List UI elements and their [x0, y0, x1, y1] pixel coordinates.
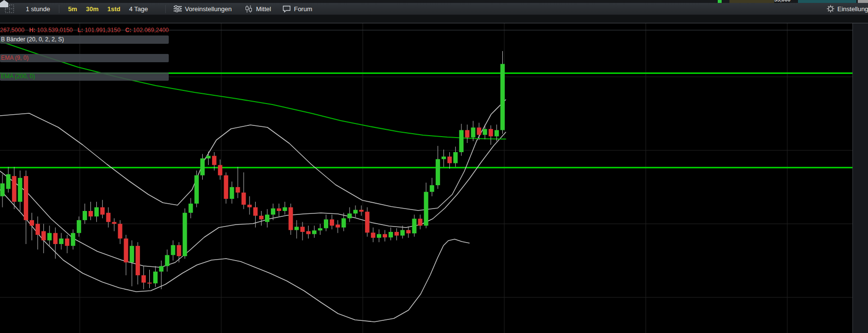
candle-up[interactable]: [459, 130, 463, 152]
candle-up[interactable]: [265, 215, 269, 222]
candle-up[interactable]: [271, 209, 275, 215]
candle-down[interactable]: [336, 225, 340, 228]
candle-down[interactable]: [41, 231, 46, 241]
candle-up[interactable]: [471, 127, 476, 137]
candle-down[interactable]: [65, 239, 70, 246]
candle-up[interactable]: [0, 183, 5, 196]
candle-up[interactable]: [183, 213, 187, 256]
candle-down[interactable]: [477, 127, 481, 135]
candle-up[interactable]: [195, 175, 199, 204]
candle-up[interactable]: [341, 218, 346, 228]
candle-up[interactable]: [347, 213, 352, 218]
candle-up[interactable]: [324, 219, 328, 228]
candle-down[interactable]: [359, 210, 364, 212]
candle-up[interactable]: [206, 156, 211, 158]
candle-up[interactable]: [442, 157, 446, 159]
candle-up[interactable]: [500, 64, 505, 130]
candle-down[interactable]: [24, 176, 28, 220]
range-button[interactable]: 4 Tage: [124, 3, 153, 15]
candle-up[interactable]: [59, 239, 64, 244]
candle-down[interactable]: [124, 239, 128, 263]
timeframe-5m-button[interactable]: 5m: [65, 5, 80, 13]
presets-button[interactable]: Voreinstellungen: [169, 3, 236, 15]
candle-down[interactable]: [288, 207, 293, 230]
candle-up[interactable]: [230, 187, 234, 199]
candle-down[interactable]: [383, 234, 387, 238]
candle-up[interactable]: [47, 233, 52, 240]
candle-up[interactable]: [6, 174, 11, 189]
candle-down[interactable]: [89, 211, 93, 216]
candle-up[interactable]: [18, 178, 22, 202]
candle-down[interactable]: [418, 219, 423, 226]
candle-up[interactable]: [295, 227, 299, 230]
candle-down[interactable]: [12, 176, 17, 202]
candle-up[interactable]: [83, 211, 87, 220]
candle-down[interactable]: [112, 222, 116, 224]
candle-down[interactable]: [365, 211, 370, 232]
candle-up[interactable]: [77, 220, 81, 233]
candle-up[interactable]: [483, 129, 487, 135]
candle-down[interactable]: [330, 219, 334, 226]
candle-up[interactable]: [412, 219, 417, 233]
candle-down[interactable]: [106, 213, 110, 222]
candle-up[interactable]: [71, 233, 75, 245]
candle-up[interactable]: [436, 159, 440, 185]
price-axis[interactable]: [852, 23, 868, 333]
candle-up[interactable]: [318, 228, 322, 230]
candle-down[interactable]: [236, 187, 240, 193]
candle-up[interactable]: [200, 158, 205, 175]
candle-down[interactable]: [30, 220, 34, 226]
candle-up[interactable]: [453, 152, 458, 163]
candle-down[interactable]: [224, 175, 228, 199]
candle-up[interactable]: [389, 232, 393, 237]
candle-up[interactable]: [130, 246, 134, 263]
candle-up[interactable]: [165, 255, 169, 266]
indicators-button[interactable]: Mittel: [240, 3, 276, 15]
candle-up[interactable]: [495, 130, 499, 137]
candle-down[interactable]: [259, 216, 264, 220]
candle-up[interactable]: [377, 234, 381, 238]
candle-up[interactable]: [430, 185, 434, 192]
candle-up[interactable]: [283, 207, 287, 211]
timeframe-1std-button[interactable]: 1std: [105, 5, 124, 13]
candlestick-chart[interactable]: [0, 23, 852, 333]
candle-up[interactable]: [400, 230, 405, 235]
candle-down[interactable]: [447, 157, 452, 163]
candle-up[interactable]: [171, 245, 175, 255]
candle-up[interactable]: [189, 204, 193, 213]
timeframe-30m-button[interactable]: 30m: [83, 5, 102, 13]
candle-down[interactable]: [371, 233, 375, 238]
candle-up[interactable]: [159, 266, 163, 271]
candle-down[interactable]: [394, 232, 399, 236]
candle-down[interactable]: [53, 233, 57, 244]
candle-down[interactable]: [306, 231, 311, 234]
candle-down[interactable]: [212, 156, 216, 165]
settings-button[interactable]: Einstellungen: [827, 5, 868, 13]
candle-down[interactable]: [100, 207, 105, 214]
forum-label: Forum: [294, 5, 312, 13]
forum-button[interactable]: Forum: [278, 3, 317, 15]
candle-down[interactable]: [142, 275, 146, 282]
candle-up[interactable]: [312, 230, 317, 234]
candle-down[interactable]: [147, 282, 152, 283]
candle-down[interactable]: [177, 245, 181, 256]
candle-up[interactable]: [94, 207, 99, 216]
candle-up[interactable]: [424, 192, 428, 226]
candle-down[interactable]: [248, 205, 252, 207]
time-axis[interactable]: [0, 15, 868, 23]
timeframe-current-button[interactable]: 1 stunde: [19, 3, 55, 15]
candle-up[interactable]: [354, 210, 358, 214]
candle-down[interactable]: [465, 130, 469, 138]
candle-down[interactable]: [253, 207, 258, 215]
candle-down[interactable]: [242, 193, 246, 205]
chart-pane[interactable]: [0, 23, 852, 333]
candle-down[interactable]: [277, 209, 281, 211]
candle-down[interactable]: [136, 246, 140, 275]
candle-up[interactable]: [153, 272, 158, 283]
candle-down[interactable]: [218, 165, 222, 175]
candle-down[interactable]: [35, 224, 40, 235]
candle-down[interactable]: [118, 224, 123, 238]
candle-down[interactable]: [301, 227, 305, 232]
candle-down[interactable]: [406, 230, 410, 233]
candle-down[interactable]: [489, 129, 493, 136]
